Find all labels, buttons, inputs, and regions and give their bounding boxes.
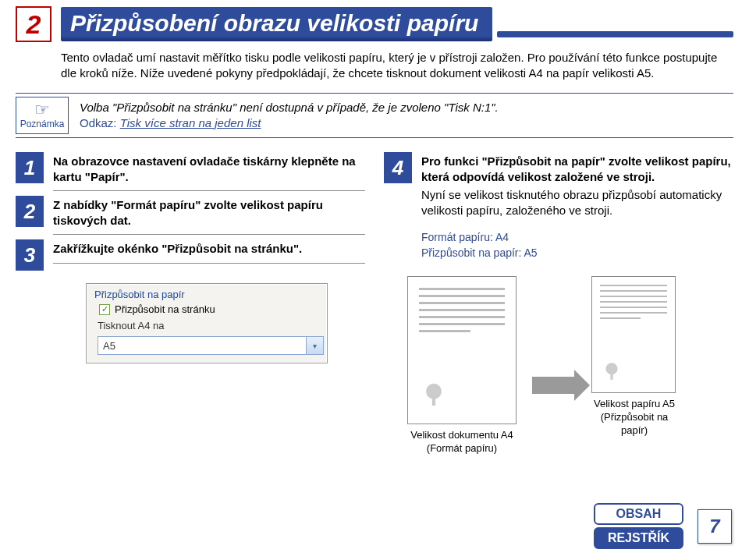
intro-text: Tento ovladač umí nastavit měřítko tisku… [61,50,724,82]
step-number: 1 [16,152,44,183]
caption-a5: Velikost papíru A5 (Přizpůsobit na papír… [591,398,677,438]
step-1: 1 Na obrazovce nastavení ovladače tiskár… [16,152,365,191]
page-a5-icon [591,276,676,393]
fit-to-page-checkbox[interactable]: ✓ [99,304,110,315]
note-label: Poznámka [20,119,65,129]
step4-extra: Nyní se velikost tisknutého obrazu přizp… [421,187,733,218]
step-number: 2 [16,196,44,227]
note-odkaz-label: Odkaz: [80,116,117,129]
step-3: 3 Zakřížkujte okénko "Přizpůsobit na str… [16,239,365,271]
step-text: Z nabídky "Formát papíru" zvolte velikos… [53,196,365,235]
fit-to-paper-dialog: Přizpůsobit na papír ✓ Přizpůsobit na st… [86,283,328,363]
pointing-hand-icon: ☞ [34,101,50,119]
obsah-button[interactable]: OBSAH [594,503,683,525]
step-4: 4 Pro funkci "Přizpůsobit na papír" zvol… [384,152,733,224]
svg-point-0 [426,384,442,399]
note-badge: ☞ Poznámka [16,97,69,135]
svg-rect-3 [610,373,612,380]
note-text: Volba "Přizpůsobit na stránku" není dost… [80,101,499,114]
left-column: 1 Na obrazovce nastavení ovladače tiskár… [16,152,365,455]
chevron-down-icon: ▾ [306,337,323,354]
arrow-right-icon [532,377,576,394]
group-label: Přizpůsobit na papír [94,289,319,300]
step-text: Pro funkci "Přizpůsobit na papír" zvolte… [421,152,733,224]
tree-icon [602,361,622,381]
section-number: 2 [16,6,51,42]
rejstrik-button[interactable]: REJSTŘÍK [594,527,683,549]
svg-point-2 [605,363,617,374]
title-decor [497,31,733,37]
format-info: Formát papíru: A4 Přizpůsobit na papír: … [421,230,733,261]
checkbox-label: Přizpůsobit na stránku [115,303,215,315]
select-value: A5 [103,340,115,352]
page-a4-icon [407,276,516,424]
note-link[interactable]: Tisk více stran na jeden list [120,116,261,129]
print-on-label: Tisknout A4 na [98,320,319,331]
step-text: Na obrazovce nastavení ovladače tiskárny… [53,152,365,191]
paper-size-select[interactable]: A5 ▾ [98,336,324,355]
step-number: 3 [16,239,44,271]
footer: OBSAH REJSTŘÍK 7 [594,503,732,549]
step-text: Zakřížkujte okénko "Přizpůsobit na strán… [53,239,365,264]
caption-a4: Velikost dokumentu A4 (Formát papíru) [407,429,516,455]
right-column: 4 Pro funkci "Přizpůsobit na papír" zvol… [384,152,733,455]
page-title: Přizpůsobení obrazu velikosti papíru [61,7,492,41]
step-2: 2 Z nabídky "Formát papíru" zvolte velik… [16,196,365,235]
tree-icon [421,381,447,408]
page-number: 7 [698,509,732,544]
scaling-diagram: Velikost dokumentu A4 (Formát papíru) Ve… [407,276,733,455]
svg-rect-1 [432,397,435,406]
note-box: ☞ Poznámka Volba "Přizpůsobit na stránku… [16,93,733,139]
step-number: 4 [384,152,412,183]
